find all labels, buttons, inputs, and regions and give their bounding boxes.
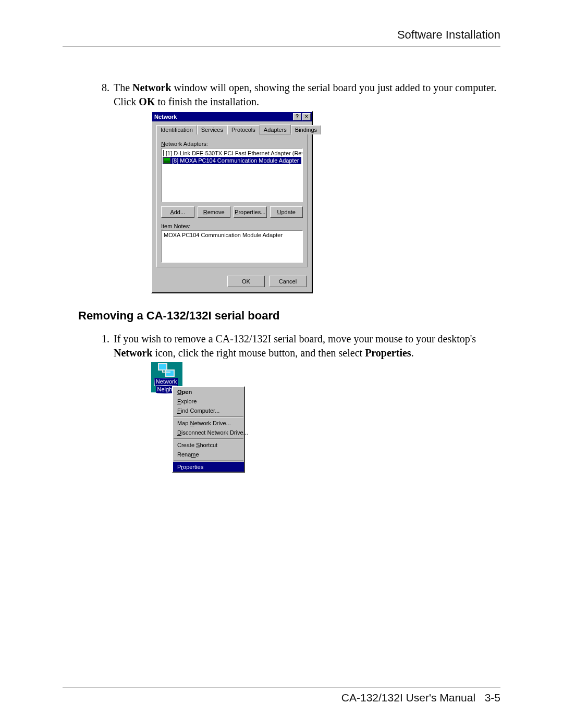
- step-1-text-d: Properties: [365, 347, 411, 359]
- footer: CA-132/132I User's Manual 3-5: [0, 692, 563, 704]
- network-dialog: Network ? × Identification Services Prot…: [151, 111, 313, 293]
- adapters-label-accel: N: [161, 141, 165, 147]
- tab-adapters[interactable]: Adapters: [260, 125, 291, 134]
- titlebar[interactable]: Network ? ×: [152, 112, 312, 121]
- nic-icon: [163, 150, 164, 156]
- adapters-label-rest: etwork Adapters:: [165, 141, 208, 147]
- menu-map-drive[interactable]: Map Network Drive...: [173, 418, 244, 428]
- add-button[interactable]: Add...: [161, 206, 194, 218]
- tab-services[interactable]: Services: [197, 125, 227, 134]
- adapter-item-2[interactable]: [8] MOXA PC104 Communication Module Adap…: [163, 157, 301, 164]
- section-heading: Removing a CA-132/132I serial board: [78, 309, 500, 323]
- step-1-text-c: icon, click the right mouse button, and …: [152, 347, 365, 359]
- desktop-screenshot: Network Neighb Open Explore Find Compute…: [151, 362, 245, 458]
- tab-bindings[interactable]: Bindings: [291, 125, 321, 134]
- adapters-pane: Network Adapters: [1] D-Link DFE-530TX P…: [156, 134, 308, 267]
- menu-rename[interactable]: Rename: [173, 450, 244, 459]
- menu-sep-1: [174, 416, 243, 417]
- footer-pagecode: 3-5: [485, 692, 500, 704]
- tab-identification[interactable]: Identification: [156, 125, 197, 134]
- header-rule: [63, 46, 500, 46]
- footer-rule: [63, 687, 500, 687]
- tab-protocols[interactable]: Protocols: [227, 125, 260, 134]
- step-8-text: The Network window will open, showing th…: [114, 81, 500, 109]
- step-1-text: If you wish to remove a CA-132/132I seri…: [114, 332, 500, 360]
- footer-manual: CA-132/132I User's Manual: [341, 692, 475, 704]
- step-1-text-a: If you wish to remove a CA-132/132I seri…: [114, 333, 476, 344]
- step-1-number: 1.: [99, 332, 114, 346]
- menu-properties[interactable]: Properties: [173, 462, 244, 472]
- menu-open[interactable]: Open: [173, 387, 244, 397]
- step-8-text-e: to finish the installation.: [155, 96, 259, 107]
- context-menu: Open Explore Find Computer... Map Networ…: [172, 386, 245, 473]
- step-8-text-a: The: [114, 82, 132, 93]
- item-notes-text: MOXA PC104 Communication Module Adapter: [164, 232, 283, 238]
- step-1-text-b: Network: [114, 347, 152, 359]
- page-header: Software Installation: [63, 28, 500, 42]
- menu-explore[interactable]: Explore: [173, 397, 244, 406]
- menu-create-shortcut[interactable]: Create Shortcut: [173, 440, 244, 450]
- item-notes-box: MOXA PC104 Communication Module Adapter: [161, 230, 303, 263]
- step-1: 1. If you wish to remove a CA-132/132I s…: [99, 332, 500, 360]
- ok-button[interactable]: OK: [227, 276, 265, 287]
- nic-icon: [163, 157, 170, 164]
- menu-sep-2: [174, 438, 243, 439]
- desktop-icon-label1: Network: [154, 378, 178, 386]
- menu-find-computer[interactable]: Find Computer...: [173, 406, 244, 415]
- step-8-text-b: Network: [132, 82, 171, 93]
- cancel-button[interactable]: Cancel: [269, 276, 307, 287]
- step-1-text-e: .: [411, 347, 414, 359]
- menu-disconnect-drive[interactable]: Disconnect Network Drive...: [173, 428, 244, 437]
- adapters-label: Network Adapters:: [161, 141, 303, 147]
- adapter-item-1[interactable]: [1] D-Link DFE-530TX PCI Fast Ethernet A…: [163, 150, 301, 157]
- properties-button[interactable]: Properties...: [234, 206, 267, 218]
- help-button[interactable]: ?: [293, 113, 301, 120]
- menu-sep-3: [174, 460, 243, 461]
- step-8-number: 8.: [99, 81, 114, 95]
- step-8-text-d: OK: [139, 96, 155, 107]
- tab-strip: Identification Services Protocols Adapte…: [156, 125, 308, 134]
- adapter-item-1-text: [1] D-Link DFE-530TX PCI Fast Ethernet A…: [166, 150, 303, 156]
- step-8: 8. The Network window will open, showing…: [99, 81, 500, 109]
- item-notes-label: Item Notes:: [161, 223, 303, 229]
- close-button[interactable]: ×: [302, 113, 311, 120]
- computers-icon: [158, 362, 175, 377]
- adapters-listbox[interactable]: [1] D-Link DFE-530TX PCI Fast Ethernet A…: [161, 148, 303, 202]
- remove-button[interactable]: Remove: [198, 206, 231, 218]
- update-button[interactable]: Update: [270, 206, 303, 218]
- titlebar-title: Network: [153, 114, 292, 120]
- adapter-item-2-text: [8] MOXA PC104 Communication Module Adap…: [172, 157, 299, 164]
